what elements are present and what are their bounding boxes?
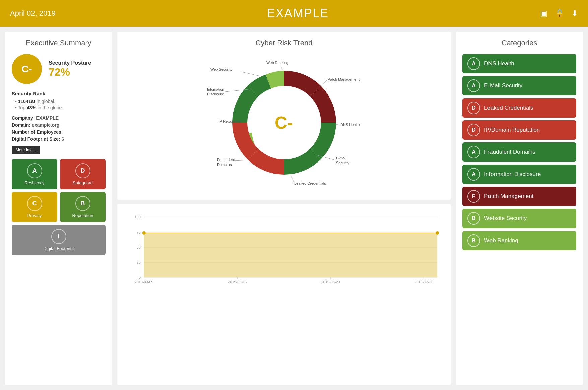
cat-reputation-label: Reputation: [72, 213, 93, 218]
cat-resiliency[interactable]: A Resiliency: [12, 159, 57, 189]
cat-label-email-security: E-Mail Security: [484, 82, 522, 89]
y-label-50: 50: [137, 245, 141, 249]
cat-badge-fraudulent-domains: A: [467, 146, 480, 158]
employees-label: Number of Employees:: [12, 129, 63, 135]
cat-item-patch-management[interactable]: F Patch Management: [462, 187, 576, 206]
area-fill: [144, 233, 437, 277]
cat-badge-website-security: B: [467, 212, 480, 225]
cat-badge-patch-management: F: [467, 190, 480, 203]
executive-summary-panel: Executive Summary C- Security Posture 72…: [5, 32, 112, 385]
x-label-2: 2019-03-16: [228, 280, 247, 284]
y-label-75: 75: [137, 230, 141, 234]
trend-chart-panel: 100 75 50 25 0 2019-03-09 2019-03-16 201…: [117, 204, 451, 385]
rank-global: 11641st in global.: [15, 99, 106, 104]
x-label-4: 2019-03-30: [414, 280, 433, 284]
x-label-3: 2019-03-23: [321, 280, 340, 284]
cat-item-fraudulent-domains[interactable]: A Fraudulent Domains: [462, 142, 576, 162]
cat-badge-dns-health: A: [467, 57, 480, 70]
lock-icon[interactable]: 🔒: [554, 9, 565, 18]
cat-reputation-badge: B: [75, 196, 90, 211]
employees-row: Number of Employees:: [12, 129, 106, 135]
label-web-security: Web Security: [210, 67, 233, 71]
cat-badge-ip-domain-reputation: D: [467, 124, 480, 136]
cat-item-web-ranking[interactable]: B Web Ranking: [462, 231, 576, 250]
cat-badge-web-ranking: B: [467, 234, 480, 247]
cat-label-patch-management: Patch Management: [484, 193, 533, 200]
company-label: Company:: [12, 115, 35, 121]
rank-globe: Top 43% in the globe.: [15, 105, 106, 110]
cat-badge-email-security: A: [467, 79, 480, 92]
cat-item-info-disclosure[interactable]: A Information Disclosure: [462, 165, 576, 184]
line-leaked-credentials: [291, 175, 294, 182]
cat-privacy-label: Privacy: [27, 213, 42, 218]
cat-digital-footprint[interactable]: i Digital Footprint: [12, 225, 106, 255]
cat-label-web-ranking: Web Ranking: [484, 237, 518, 244]
cat-item-dns-health[interactable]: A DNS Health: [462, 54, 576, 73]
cat-item-ip-domain-reputation[interactable]: D IP/Domain Reputation: [462, 120, 576, 140]
line-patch-management: [322, 80, 327, 85]
cat-resiliency-label: Resiliency: [24, 180, 44, 185]
header: April 02, 2019 EXAMPLE ▣ 🔒 ⬇: [0, 0, 588, 27]
posture-percent: 72%: [49, 66, 91, 78]
copy-icon[interactable]: ▣: [540, 9, 548, 18]
cat-badge-info-disclosure: A: [467, 168, 480, 181]
footprint-value: 6: [62, 136, 64, 142]
cat-safeguard[interactable]: D Safeguard: [60, 159, 106, 189]
footprint-label: Digital Footprint Size:: [12, 136, 60, 142]
cat-safeguard-badge: D: [75, 163, 90, 178]
donut-center-grade: C-: [275, 113, 293, 133]
middle-panel: Cyber Risk Trend: [117, 32, 451, 385]
label-web-ranking: Web Ranking: [266, 61, 288, 65]
cat-item-leaked-credentials[interactable]: D Leaked Credentials: [462, 98, 576, 118]
label-fraudulent-domains: Fraudulent: [217, 158, 235, 162]
download-icon[interactable]: ⬇: [571, 9, 578, 18]
posture-label: Security Posture: [49, 60, 91, 66]
cyber-risk-panel: Cyber Risk Trend: [117, 32, 451, 200]
security-posture-row: C- Security Posture 72%: [12, 54, 106, 84]
cat-badge-leaked-credentials: D: [467, 102, 480, 114]
cat-resiliency-badge: A: [27, 163, 42, 178]
more-info-button[interactable]: More Info...: [12, 146, 40, 154]
cat-item-email-security[interactable]: A E-Mail Security: [462, 76, 576, 95]
grade-circle: C-: [12, 54, 42, 84]
y-label-0: 0: [139, 275, 141, 279]
cat-reputation[interactable]: B Reputation: [60, 192, 106, 222]
footprint-row: Digital Footprint Size: 6: [12, 136, 106, 142]
label-patch-management: Patch Management: [328, 77, 360, 81]
cyber-risk-title: Cyber Risk Trend: [124, 39, 444, 47]
summary-category-grid: A Resiliency D Safeguard C Privacy B Rep…: [12, 159, 106, 255]
cat-privacy-badge: C: [27, 196, 42, 211]
cat-label-leaked-credentials: Leaked Credentials: [484, 105, 533, 111]
domain-label: Domain:: [12, 122, 30, 128]
label-info-disclosure-2: Disclosure: [207, 92, 224, 96]
donut-container: Web Ranking Patch Management DNS Health …: [124, 52, 444, 193]
line-dns-health: [336, 124, 340, 125]
cat-digital-footprint-badge: i: [51, 229, 66, 244]
cat-label-info-disclosure: Information Disclosure: [484, 171, 541, 178]
label-dns-health: DNS Health: [340, 123, 360, 127]
label-ip-reputation: IP Reputation: [219, 119, 241, 123]
y-label-100: 100: [134, 215, 140, 219]
security-rank: Security Rank 11641st in global. Top 43%…: [12, 91, 106, 110]
trend-dot-start: [142, 231, 146, 235]
cat-label-website-security: Website Security: [484, 215, 527, 222]
line-web-security: [241, 72, 261, 76]
cat-item-website-security[interactable]: B Website Security: [462, 209, 576, 228]
x-label-1: 2019-03-09: [135, 280, 153, 284]
cat-label-fraudulent-domains: Fraudulent Domains: [484, 149, 535, 155]
header-title: EXAMPLE: [267, 6, 329, 20]
header-date: April 02, 2019: [10, 9, 56, 18]
header-icons: ▣ 🔒 ⬇: [540, 9, 578, 18]
domain-value: example.org: [32, 122, 59, 128]
y-label-25: 25: [137, 260, 141, 264]
cat-digital-footprint-label: Digital Footprint: [43, 246, 74, 251]
main-content: Executive Summary C- Security Posture 72…: [0, 27, 588, 390]
label-fraudulent-domains-2: Domains: [217, 162, 232, 167]
domain-row: Domain: example.org: [12, 122, 106, 128]
categories-title: Categories: [462, 39, 576, 47]
label-email-security: E-mail: [336, 156, 346, 160]
executive-summary-title: Executive Summary: [12, 39, 106, 47]
company-value: EXAMPLE: [36, 115, 59, 121]
cat-privacy[interactable]: C Privacy: [12, 192, 57, 222]
trend-dot-end: [436, 231, 439, 235]
